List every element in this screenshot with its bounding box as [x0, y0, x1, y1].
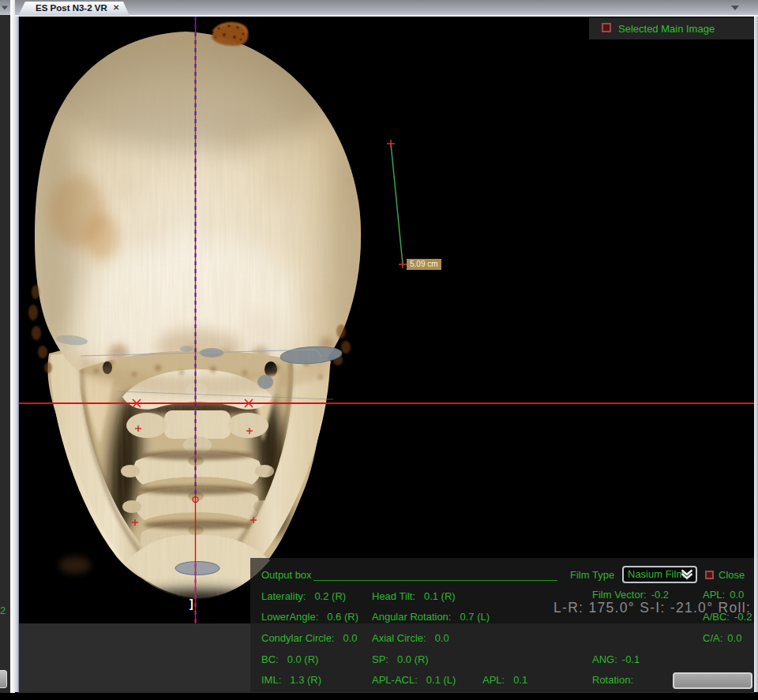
window-bottom-edge — [0, 693, 758, 700]
cursor-bracket-marker: ] — [190, 597, 193, 610]
application-window: Selected Main Image 5.09 cm ] L-R: 175.0… — [0, 0, 758, 700]
field-film-vector: Film Vector:-0.2 — [592, 589, 669, 601]
field-label: Angular Rotation: — [372, 611, 451, 623]
film-type-dropdown[interactable]: Nasium Film — [622, 566, 697, 583]
field-label: Rotation: — [592, 674, 633, 686]
field-label: BC: — [261, 653, 279, 665]
tab-overflow-dropdown-icon[interactable] — [731, 6, 739, 10]
field-value: 0.0 (R) — [397, 653, 429, 665]
field-condylar-circle: Condylar Circle:0.0 — [261, 632, 358, 644]
output-box-underline — [313, 580, 557, 581]
field-value: 0.0 — [435, 632, 449, 644]
field-label: Laterality: — [261, 590, 306, 602]
field-bc: BC:0.0 (R) — [261, 653, 318, 665]
field-label: APL: — [703, 589, 725, 601]
field-label: A/BC: — [703, 611, 730, 623]
field-label: LowerAngle: — [261, 611, 318, 623]
field-apl-acl: APL-ACL:0.1 (L) — [372, 674, 456, 686]
field-label: Film Vector: — [592, 589, 647, 601]
field-value: 0.6 (R) — [327, 611, 358, 623]
field-c-a: C/A:0.0 — [703, 632, 741, 644]
field-label: C/A: — [703, 632, 722, 644]
field-a-bc: A/BC:-0.2 — [703, 611, 752, 623]
field-lower-angle: LowerAngle:0.6 (R) — [261, 611, 358, 623]
left-pane-clipped-button[interactable] — [0, 670, 7, 688]
field-label: IML: — [261, 674, 281, 686]
field-head-tilt: Head Tilt:0.1 (R) — [372, 590, 456, 602]
close-label[interactable]: Close — [719, 569, 745, 581]
field-label: Condylar Circle: — [261, 632, 334, 644]
field-rotation-label: Rotation: — [592, 674, 633, 686]
rotation-input[interactable] — [673, 672, 752, 689]
field-value: 0.0 — [343, 632, 357, 644]
field-apl-bottom: APL:0.1 — [482, 674, 527, 686]
field-value: -0.2 — [734, 611, 752, 623]
film-type-label: Film Type — [570, 569, 614, 581]
field-label: Axial Circle: — [372, 632, 426, 644]
selected-main-image-checkbox[interactable] — [602, 23, 611, 32]
field-label: ANG: — [592, 653, 617, 665]
film-type-selected-value: Nasium Film — [628, 568, 685, 580]
field-laterality: Laterality:0.2 (R) — [261, 590, 346, 602]
field-iml: IML:1.3 (R) — [261, 674, 321, 686]
left-clipped-pane — [0, 15, 10, 693]
field-value: 0.7 (L) — [460, 611, 490, 623]
field-value: 1.3 (R) — [290, 674, 321, 686]
window-right-border — [754, 17, 758, 692]
window-left-border — [15, 17, 19, 692]
field-label: APL-ACL: — [372, 674, 418, 686]
field-value: 0.0 (R) — [287, 653, 319, 665]
field-label: APL: — [482, 674, 505, 686]
field-angular-rotation: Angular Rotation:0.7 (L) — [372, 611, 490, 623]
chevron-down-icon — [680, 569, 694, 580]
field-value: 0.1 — [513, 674, 527, 686]
left-pane-clipped-text: 2 — [0, 605, 6, 616]
field-axial-circle: Axial Circle:0.0 — [372, 632, 449, 644]
field-value: 0.0 — [727, 632, 741, 644]
field-value: 0.0 — [730, 589, 744, 601]
measurement-value-label: 5.09 cm — [407, 259, 441, 270]
field-value: -0.2 — [651, 589, 669, 601]
field-label: SP: — [372, 653, 388, 665]
selected-main-image-label: Selected Main Image — [618, 23, 715, 35]
field-apl-top: APL:0.0 — [703, 589, 744, 601]
field-label: Head Tilt: — [372, 590, 415, 602]
output-box-title: Output box — [261, 569, 312, 581]
tab-label[interactable]: ES Post N3-2 VR — [36, 3, 107, 13]
field-ang: ANG:-0.1 — [592, 653, 640, 665]
tab-close-icon[interactable]: ✕ — [113, 3, 119, 12]
field-sp: SP:0.0 (R) — [372, 653, 429, 665]
field-value: 0.2 (R) — [314, 590, 346, 602]
field-value: -0.1 — [622, 653, 640, 665]
field-value: 0.1 (L) — [426, 674, 456, 686]
left-pane-dropdown-icon[interactable] — [2, 6, 8, 10]
field-value: 0.1 (R) — [424, 590, 456, 602]
close-checkbox[interactable] — [705, 571, 714, 579]
